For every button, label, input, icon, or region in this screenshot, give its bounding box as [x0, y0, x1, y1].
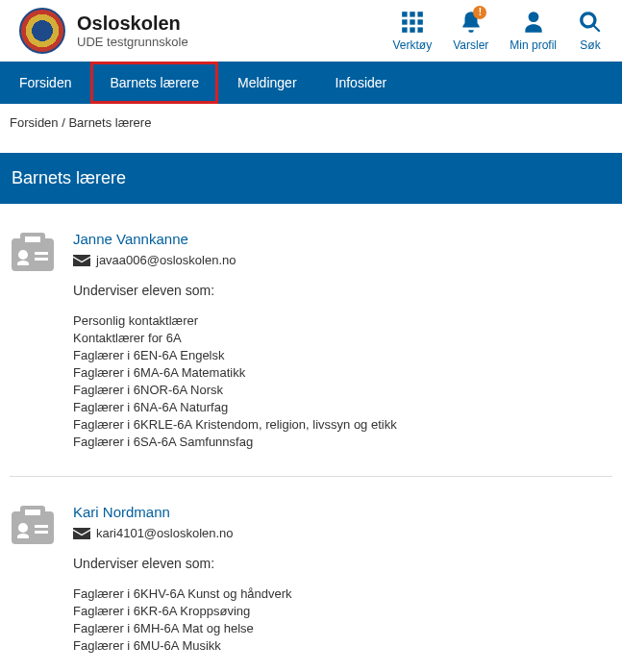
mail-icon [73, 255, 90, 266]
header: Osloskolen UDE testgrunnskole Verktøy ! … [0, 0, 622, 62]
tool-label: Min profil [510, 38, 557, 52]
badge-icon [10, 231, 56, 449]
role-item: Faglærer i 6MH-6A Mat og helse [73, 621, 612, 635]
role-item: Faglærer i 6KRLE-6A Kristendom, religion… [73, 417, 612, 432]
grid-icon [400, 10, 425, 35]
site-title: Osloskolen [77, 12, 188, 35]
user-icon [521, 10, 546, 35]
mail-icon [73, 528, 90, 539]
teacher-email[interactable]: kari4101@osloskolen.no [73, 526, 612, 540]
teacher-card: Kari Nordmann kari4101@osloskolen.no Und… [10, 477, 612, 672]
header-brand: Osloskolen UDE testgrunnskole [19, 8, 188, 54]
tools-button[interactable]: Verktøy [393, 10, 433, 52]
email-text: javaa006@osloskolen.no [96, 253, 236, 267]
header-text: Osloskolen UDE testgrunnskole [77, 12, 188, 49]
nav-infosider[interactable]: Infosider [316, 62, 407, 104]
role-item: Faglærer i 6EN-6A Engelsk [73, 348, 612, 362]
search-icon [578, 10, 603, 35]
nav-meldinger[interactable]: Meldinger [218, 62, 315, 104]
teacher-card: Janne Vannkanne javaa006@osloskolen.no U… [10, 204, 612, 477]
role-item: Faglærer i 6KHV-6A Kunst og håndverk [73, 586, 612, 601]
role-item: Faglærer i 6MA-6A Matematikk [73, 365, 612, 380]
teaches-heading: Underviser eleven som: [73, 283, 612, 298]
email-text: kari4101@osloskolen.no [96, 526, 234, 540]
tool-label: Verktøy [393, 38, 433, 52]
logo-icon [19, 8, 65, 54]
role-list: Personlig kontaktlærerKontaktlærer for 6… [73, 313, 612, 449]
role-item: Faglærer i 6NA-6A Naturfag [73, 400, 612, 414]
teacher-name[interactable]: Janne Vannkanne [73, 231, 612, 247]
page-title: Barnets lærere [0, 153, 622, 204]
site-subtitle: UDE testgrunnskole [77, 35, 188, 49]
alerts-button[interactable]: ! Varsler [453, 10, 488, 52]
nav-barnets-laerere[interactable]: Barnets lærere [90, 62, 218, 104]
tool-label: Søk [580, 38, 600, 52]
content-area: Janne Vannkanne javaa006@osloskolen.no U… [0, 204, 622, 672]
main-nav: ForsidenBarnets lærereMeldingerInfosider [0, 62, 622, 104]
nav-forsiden[interactable]: Forsiden [0, 62, 90, 104]
role-list: Faglærer i 6KHV-6A Kunst og håndverkFagl… [73, 586, 612, 653]
tool-label: Varsler [453, 38, 488, 52]
alert-badge: ! [473, 6, 486, 19]
teacher-email[interactable]: javaa006@osloskolen.no [73, 253, 612, 267]
role-item: Faglærer i 6KR-6A Kroppsøving [73, 604, 612, 618]
breadcrumb: Forsiden / Barnets lærere [0, 104, 622, 141]
teacher-details: Kari Nordmann kari4101@osloskolen.no Und… [73, 504, 612, 653]
role-item: Faglærer i 6MU-6A Musikk [73, 638, 612, 653]
role-item: Kontaktlærer for 6A [73, 331, 612, 345]
role-item: Faglærer i 6NOR-6A Norsk [73, 383, 612, 397]
badge-icon [10, 504, 56, 653]
teacher-details: Janne Vannkanne javaa006@osloskolen.no U… [73, 231, 612, 449]
profile-button[interactable]: Min profil [510, 10, 557, 52]
search-button[interactable]: Søk [578, 10, 603, 52]
teacher-name[interactable]: Kari Nordmann [73, 504, 612, 520]
role-item: Faglærer i 6SA-6A Samfunnsfag [73, 435, 612, 449]
header-toolbar: Verktøy ! Varsler Min profil Søk [393, 10, 604, 52]
teaches-heading: Underviser eleven som: [73, 556, 612, 571]
role-item: Personlig kontaktlærer [73, 313, 612, 328]
